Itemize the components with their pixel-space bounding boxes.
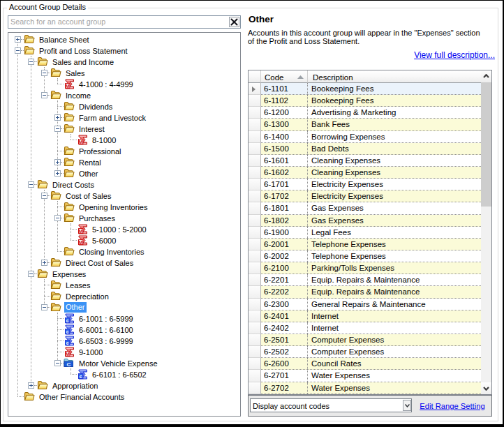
svg-text:C: C: [67, 361, 71, 368]
svg-text:c: c: [80, 374, 82, 379]
svg-text:M: M: [66, 84, 70, 89]
svg-text:M: M: [79, 140, 83, 144]
svg-text:M: M: [79, 229, 83, 234]
svg-text:M: M: [66, 352, 70, 357]
svg-text:c: c: [66, 318, 69, 323]
svg-text:c: c: [66, 340, 69, 345]
svg-text:M: M: [79, 240, 83, 245]
svg-text:c: c: [66, 329, 69, 334]
